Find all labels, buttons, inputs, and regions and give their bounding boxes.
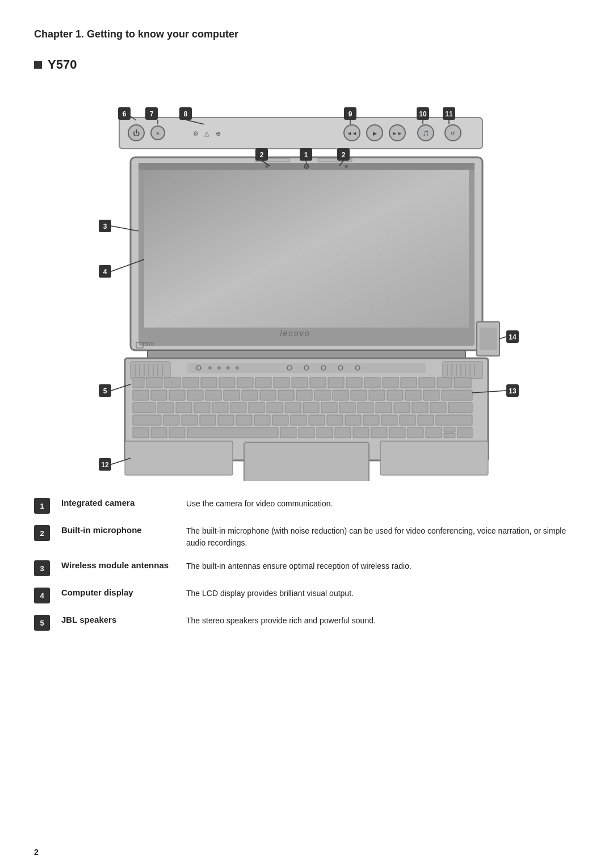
- svg-rect-136: [280, 427, 296, 438]
- svg-rect-105: [285, 402, 301, 413]
- svg-text:12: 12: [101, 461, 109, 469]
- svg-rect-134: [169, 427, 185, 438]
- svg-rect-104: [267, 402, 283, 413]
- svg-rect-69: [292, 378, 308, 388]
- svg-text:△: △: [204, 130, 209, 137]
- svg-text:4: 4: [103, 268, 107, 276]
- svg-point-53: [226, 366, 230, 370]
- svg-rect-90: [333, 390, 349, 400]
- svg-text:lenovo: lenovo: [280, 329, 310, 338]
- svg-rect-79: [133, 390, 149, 400]
- svg-rect-96: [442, 390, 472, 400]
- desc-item-5: 5 JBL speakers The stereo speakers provi…: [34, 615, 579, 631]
- svg-rect-89: [314, 390, 330, 400]
- svg-rect-138: [317, 427, 333, 438]
- svg-rect-66: [237, 378, 253, 388]
- desc-text-3: The built-in antennas ensure optimal rec…: [186, 560, 412, 572]
- svg-rect-112: [412, 402, 428, 413]
- svg-rect-74: [383, 378, 398, 388]
- svg-text:10: 10: [419, 110, 427, 118]
- svg-rect-109: [358, 402, 373, 413]
- svg-rect-118: [200, 415, 216, 425]
- svg-rect-86: [260, 390, 276, 400]
- svg-text:Y570: Y570: [142, 341, 154, 347]
- desc-label-4: Computer display: [61, 588, 175, 597]
- svg-rect-65: [219, 378, 235, 388]
- svg-rect-125: [327, 415, 343, 425]
- svg-rect-99: [176, 402, 192, 413]
- svg-text:►►: ►►: [392, 131, 402, 136]
- svg-text:◄◄: ◄◄: [347, 131, 357, 136]
- svg-rect-102: [230, 402, 246, 413]
- svg-rect-120: [236, 415, 252, 425]
- desc-item-3: 3 Wireless module antennas The built-in …: [34, 560, 579, 576]
- svg-rect-73: [364, 378, 380, 388]
- svg-rect-147: [457, 427, 472, 438]
- svg-rect-85: [242, 390, 258, 400]
- svg-rect-41: [443, 362, 482, 379]
- desc-text-1: Use the camera for video communication.: [186, 498, 333, 510]
- svg-text:🎵: 🎵: [423, 130, 430, 137]
- desc-text-2: The built-in microphone (with noise redu…: [186, 525, 579, 549]
- svg-point-23: [304, 164, 309, 169]
- svg-rect-94: [405, 390, 421, 400]
- svg-rect-124: [309, 415, 325, 425]
- model-title: Y570: [34, 57, 579, 72]
- svg-rect-92: [369, 390, 385, 400]
- svg-text:14: 14: [509, 333, 517, 341]
- svg-point-54: [236, 366, 239, 370]
- svg-rect-82: [187, 390, 203, 400]
- svg-rect-61: [146, 378, 162, 388]
- svg-rect-81: [169, 390, 185, 400]
- svg-rect-91: [351, 390, 367, 400]
- svg-rect-76: [419, 378, 435, 388]
- svg-text:⏻: ⏻: [133, 129, 140, 137]
- chapter-title: Chapter 1. Getting to know your computer: [34, 28, 579, 40]
- svg-rect-64: [201, 378, 217, 388]
- svg-rect-60: [133, 378, 144, 388]
- svg-rect-126: [345, 415, 361, 425]
- svg-rect-108: [339, 402, 355, 413]
- svg-rect-100: [194, 402, 210, 413]
- svg-text:⊕: ⊕: [216, 130, 221, 137]
- desc-num-2: 2: [34, 525, 50, 541]
- svg-rect-145: [444, 427, 455, 432]
- svg-text:7: 7: [150, 110, 154, 118]
- svg-rect-78: [454, 378, 471, 388]
- desc-label-5: JBL speakers: [61, 615, 175, 624]
- svg-rect-95: [423, 390, 439, 400]
- svg-rect-84: [224, 390, 240, 400]
- svg-rect-121: [254, 415, 270, 425]
- svg-text:↺: ↺: [451, 131, 455, 136]
- svg-rect-103: [249, 402, 264, 413]
- svg-rect-130: [418, 415, 434, 425]
- svg-text:3: 3: [103, 223, 107, 230]
- svg-rect-129: [400, 415, 415, 425]
- desc-label-2: Built-in microphone: [61, 525, 175, 535]
- svg-rect-146: [444, 433, 455, 438]
- desc-num-4: 4: [34, 588, 50, 603]
- desc-num-3: 3: [34, 560, 50, 576]
- svg-rect-137: [299, 427, 314, 438]
- laptop-diagram-container: ⏻ ☀ ⚙ △ ⊕ ◄◄ ▶ ►► 🎵 ↺: [74, 83, 539, 481]
- svg-rect-141: [371, 427, 387, 438]
- svg-rect-140: [353, 427, 369, 438]
- svg-rect-122: [272, 415, 288, 425]
- svg-point-52: [217, 366, 221, 370]
- svg-rect-97: [133, 402, 156, 413]
- svg-text:1: 1: [304, 151, 308, 159]
- svg-rect-148: [244, 442, 369, 481]
- svg-rect-155: [480, 328, 497, 350]
- svg-rect-133: [151, 427, 167, 438]
- svg-rect-70: [310, 378, 326, 388]
- desc-num-1: 1: [34, 498, 50, 514]
- svg-rect-62: [165, 378, 180, 388]
- svg-text:11: 11: [445, 110, 453, 118]
- svg-rect-63: [183, 378, 199, 388]
- svg-rect-139: [335, 427, 351, 438]
- desc-label-1: Integrated camera: [61, 498, 175, 508]
- desc-item-1: 1 Integrated camera Use the camera for v…: [34, 498, 579, 514]
- desc-label-3: Wireless module antennas: [61, 560, 175, 570]
- svg-rect-132: [133, 427, 149, 438]
- laptop-diagram-svg: ⏻ ☀ ⚙ △ ⊕ ◄◄ ▶ ►► 🎵 ↺: [74, 83, 539, 481]
